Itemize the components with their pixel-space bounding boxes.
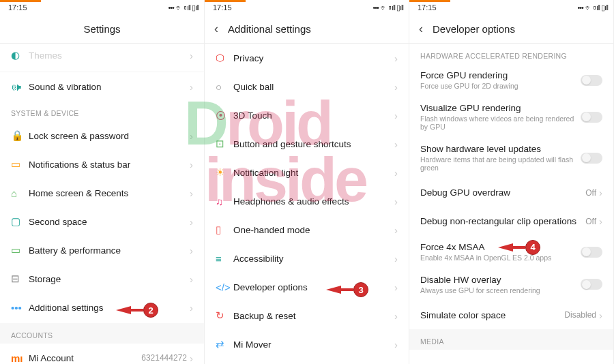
row-notifications[interactable]: ▭ Notifications & status bar › <box>0 150 204 179</box>
chevron-right-icon: › <box>394 339 398 350</box>
status-icons: ••• ᯤ ▯ıll ▯ıll <box>577 3 608 12</box>
row-3dtouch[interactable]: ⦿ 3D Touch › <box>205 101 409 130</box>
row-accessibility[interactable]: ≡ Accessibility › <box>205 244 409 273</box>
back-icon[interactable]: ‹ <box>419 22 423 36</box>
chevron-right-icon: › <box>394 224 398 236</box>
page-title: Additional settings <box>228 23 311 35</box>
chevron-right-icon: › <box>394 110 398 121</box>
mi-icon: mı <box>11 352 29 364</box>
chevron-right-icon: › <box>394 253 398 264</box>
row-sound[interactable]: 🕪 Sound & vibration › <box>0 72 204 101</box>
status-time: 17:15 <box>418 3 437 12</box>
chevron-right-icon: › <box>190 81 193 93</box>
panel-additional: 17:15 ••• ᯤ ▯ıll ▯ıll ‹ Additional setti… <box>205 0 409 364</box>
section-accounts: ACCOUNTS <box>0 323 204 344</box>
row-show-hw[interactable]: Show hardware level updates Hardware ite… <box>409 138 613 179</box>
row-second-space[interactable]: ▢ Second space › <box>0 207 204 236</box>
header: ‹ Developer options <box>409 15 613 44</box>
chevron-right-icon: › <box>599 187 602 198</box>
row-quickball[interactable]: ○ Quick ball › <box>205 72 409 101</box>
chevron-right-icon: › <box>190 50 193 61</box>
row-backup[interactable]: ↻ Backup & reset › <box>205 301 409 330</box>
panel-developer: 17:15 ••• ᯤ ▯ıll ▯ıll ‹ Developer option… <box>409 0 614 364</box>
row-debug-overdraw[interactable]: Debug GPU overdraw Off › <box>409 179 613 207</box>
row-mi-account[interactable]: mı Mi Account 6321444272 › <box>0 344 204 364</box>
page-title: Settings <box>83 23 120 35</box>
row-themes[interactable]: ◐ Themes › <box>0 44 204 72</box>
chevron-right-icon: › <box>190 245 193 256</box>
home-icon: ⌂ <box>11 187 29 199</box>
3dtouch-icon: ⦿ <box>216 110 233 121</box>
toggle[interactable] <box>581 247 602 258</box>
status-time: 17:15 <box>213 3 232 12</box>
toggle[interactable] <box>581 279 602 290</box>
battery-icon: ▭ <box>11 244 29 256</box>
backup-icon: ↻ <box>216 309 233 322</box>
chevron-right-icon: › <box>394 52 398 64</box>
row-vis-gpu[interactable]: Visualize GPU rendering Flash windows wh… <box>409 97 613 138</box>
chevron-right-icon: › <box>190 273 193 285</box>
row-privacy[interactable]: ⬡ Privacy › <box>205 44 409 72</box>
quickball-icon: ○ <box>216 81 233 93</box>
chevron-right-icon: › <box>190 159 193 170</box>
storage-icon: ⊟ <box>11 273 29 285</box>
gesture-icon: ⊡ <box>216 138 233 150</box>
privacy-icon: ⬡ <box>216 52 233 64</box>
row-battery[interactable]: ▭ Battery & performance › <box>0 236 204 264</box>
chevron-right-icon: › <box>394 81 398 93</box>
row-headphones[interactable]: ♫ Headphones & audio effects › <box>205 187 409 215</box>
lock-icon: 🔒 <box>11 130 29 142</box>
status-bar: 17:15 ••• ᯤ ▯ıll ▯ıll <box>409 0 613 15</box>
chevron-right-icon: › <box>190 216 193 228</box>
row-notif-light[interactable]: ☀ Notification light › <box>205 158 409 187</box>
status-icons: ••• ᯤ ▯ıll ▯ıll <box>168 3 199 12</box>
toggle[interactable] <box>581 153 602 164</box>
sound-icon: 🕪 <box>11 81 29 93</box>
row-gesture[interactable]: ⊡ Button and gesture shortcuts › <box>205 130 409 158</box>
theme-icon: ◐ <box>11 49 29 61</box>
chevron-right-icon: › <box>190 302 193 314</box>
row-home[interactable]: ⌂ Home screen & Recents › <box>0 179 204 207</box>
account-id: 6321444272 <box>141 353 187 363</box>
row-lock[interactable]: 🔒 Lock screen & password › <box>0 121 204 150</box>
section-hw-render: HARDWARE ACCELERATED RENDERING <box>409 44 613 64</box>
chevron-right-icon: › <box>394 167 398 179</box>
back-icon[interactable]: ‹ <box>214 22 218 36</box>
row-force-gpu[interactable]: Force GPU rendering Force use GPU for 2D… <box>409 64 613 97</box>
chevron-right-icon: › <box>394 282 398 293</box>
header: Settings <box>0 15 204 44</box>
section-system: SYSTEM & DEVICE <box>0 101 204 121</box>
mimover-icon: ⇄ <box>216 338 233 350</box>
toggle[interactable] <box>581 75 602 86</box>
status-bar: 17:15 ••• ᯤ ▯ıll ▯ıll <box>0 0 204 15</box>
status-time: 17:15 <box>8 3 27 12</box>
developer-icon: </> <box>216 282 233 293</box>
row-sim-color[interactable]: Simulate color space Disabled › <box>409 301 613 329</box>
chevron-right-icon: › <box>599 215 602 227</box>
header: ‹ Additional settings <box>205 15 409 44</box>
row-mimover[interactable]: ⇄ Mi Mover › <box>205 330 409 359</box>
status-bar: 17:15 ••• ᯤ ▯ıll ▯ıll <box>205 0 409 15</box>
row-developer[interactable]: </> Developer options › 3 <box>205 273 409 301</box>
chevron-right-icon: › <box>599 309 602 321</box>
onehand-icon: ▯ <box>216 224 233 236</box>
row-additional[interactable]: ••• Additional settings › 2 <box>0 293 204 322</box>
section-media: MEDIA <box>409 329 613 350</box>
light-icon: ☀ <box>216 166 233 179</box>
chevron-right-icon: › <box>190 352 193 364</box>
headphones-icon: ♫ <box>216 196 233 207</box>
accessibility-icon: ≡ <box>216 253 233 264</box>
row-storage[interactable]: ⊟ Storage › <box>0 264 204 293</box>
chevron-right-icon: › <box>190 187 193 199</box>
more-icon: ••• <box>11 302 29 314</box>
row-onehand[interactable]: ▯ One-handed mode › <box>205 215 409 244</box>
toggle[interactable] <box>581 112 602 123</box>
page-title: Developer options <box>433 23 515 35</box>
panel-settings: 17:15 ••• ᯤ ▯ıll ▯ıll Settings ◐ Themes … <box>0 0 205 364</box>
row-debug-clip[interactable]: Debug non-rectangular clip operations Of… <box>409 207 613 236</box>
row-disable-hw[interactable]: Disable HW overlay Always use GPU for sc… <box>409 269 613 301</box>
row-force-msaa[interactable]: Force 4x MSAA Enable 4x MSAA in OpenGL E… <box>409 236 613 269</box>
notifications-icon: ▭ <box>11 158 29 170</box>
chevron-right-icon: › <box>394 310 398 322</box>
second-space-icon: ▢ <box>11 215 29 228</box>
